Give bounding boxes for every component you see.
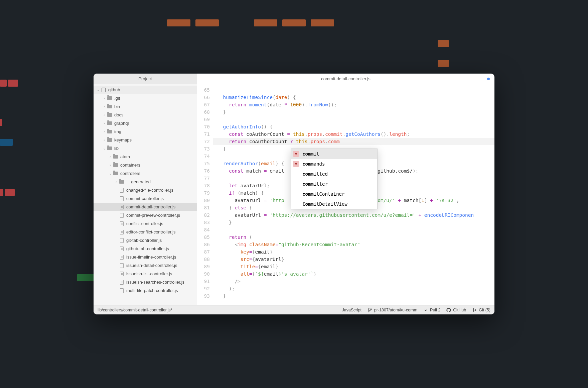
tree-folder[interactable]: ›keymaps <box>94 136 197 144</box>
chevron-right-icon: › <box>102 96 106 100</box>
tree-folder[interactable]: ⌄lib <box>94 144 197 153</box>
folder-icon <box>113 163 118 168</box>
tree-file[interactable]: commit-preview-controller.js <box>94 211 197 219</box>
tree-folder[interactable]: ›docs <box>94 111 197 119</box>
tree-file[interactable]: issueish-list-controller.js <box>94 270 197 278</box>
tree-item-label: graphql <box>114 121 129 126</box>
tree-file[interactable]: github-tab-controller.js <box>94 245 197 253</box>
file-icon <box>119 246 124 252</box>
tree-folder[interactable]: ›__generated__ <box>94 178 197 186</box>
svg-point-1 <box>368 311 369 312</box>
file-icon <box>119 213 124 218</box>
tree-file[interactable]: issueish-searches-controller.js <box>94 278 197 286</box>
chevron-right-icon: › <box>102 138 106 142</box>
file-icon <box>119 221 124 226</box>
tree-item-label: commit-detail-controller.js <box>126 204 175 209</box>
chevron-right-icon: › <box>102 113 106 117</box>
folder-icon <box>107 146 112 151</box>
file-icon <box>119 288 124 293</box>
chevron-right-icon: › <box>108 155 112 159</box>
file-icon <box>119 238 124 243</box>
line-gutter: 6566676869707172737475767778798081828384… <box>197 84 213 305</box>
chevron-down-icon: ⌄ <box>102 147 106 150</box>
tree-file[interactable]: conflict-controller.js <box>94 219 197 228</box>
tree-item-label: multi-file-patch-controller.js <box>126 288 178 293</box>
file-icon <box>119 229 124 235</box>
file-icon <box>119 255 124 260</box>
repo-icon <box>101 87 106 93</box>
svg-point-3 <box>473 308 474 309</box>
tree-item-label: changed-file-controller.js <box>126 188 173 193</box>
editor-tab[interactable]: commit-detail-controller.js <box>197 74 494 84</box>
sidebar-title: Project <box>94 74 197 84</box>
svg-point-2 <box>371 308 372 309</box>
tree-file[interactable]: issue-timeline-controller.js <box>94 253 197 261</box>
autocomplete-item[interactable]: committer <box>291 179 377 189</box>
tree-item-label: keymaps <box>114 137 132 142</box>
autocomplete-kind-icon <box>293 191 299 197</box>
tree-file[interactable]: issueish-detail-controller.js <box>94 261 197 270</box>
autocomplete-item[interactable]: vcommands <box>291 159 377 169</box>
tree-folder[interactable]: ›graphql <box>94 119 197 127</box>
autocomplete-kind-icon <box>293 201 299 207</box>
app-window: Project ⌄ github ›.git›bin›docs›graphql›… <box>94 74 494 314</box>
folder-icon <box>113 154 118 160</box>
tree-folder[interactable]: ›img <box>94 127 197 136</box>
tree-folder[interactable]: ›containers <box>94 161 197 169</box>
status-language[interactable]: JavaScript <box>342 308 361 312</box>
status-branch[interactable]: pr-1807/atom/ku-comm <box>368 308 417 312</box>
status-pull[interactable]: Pull 2 <box>423 308 440 312</box>
chevron-right-icon: › <box>102 130 106 133</box>
chevron-right-icon: › <box>114 180 118 184</box>
autocomplete-item[interactable]: vcommit <box>291 149 377 159</box>
folder-icon <box>107 112 112 118</box>
tree-folder[interactable]: ⌄controllers <box>94 169 197 178</box>
tree-item-label: __generated__ <box>126 179 155 184</box>
tree-item-label: img <box>114 129 121 134</box>
tree-item-label: editor-conflict-controller.js <box>126 229 175 234</box>
autocomplete-label: committer <box>302 180 328 188</box>
status-git[interactable]: Git (5) <box>472 308 490 312</box>
status-github[interactable]: GitHub <box>446 308 466 312</box>
tree-item-label: commit-preview-controller.js <box>126 213 180 218</box>
svg-point-5 <box>475 309 476 310</box>
chevron-right-icon: › <box>108 163 112 167</box>
tree-item-label: issueish-list-controller.js <box>126 271 172 276</box>
tree-item-label: docs <box>114 112 123 117</box>
file-icon <box>119 271 124 277</box>
file-icon <box>119 196 124 201</box>
tree-file[interactable]: changed-file-controller.js <box>94 186 197 194</box>
folder-icon <box>107 104 112 109</box>
tree-file[interactable]: multi-file-patch-controller.js <box>94 286 197 295</box>
autocomplete-item[interactable]: committed <box>291 169 377 179</box>
tree-root[interactable]: ⌄ github <box>94 86 197 94</box>
chevron-down-icon: ⌄ <box>108 172 112 175</box>
chevron-right-icon: › <box>102 121 106 125</box>
autocomplete-kind-icon <box>293 171 299 177</box>
status-bar: lib/controllers/commit-detail-controller… <box>94 305 494 314</box>
tree-root-label: github <box>108 87 120 92</box>
tree-folder[interactable]: ›bin <box>94 102 197 111</box>
tree-file[interactable]: git-tab-controller.js <box>94 236 197 245</box>
autocomplete-kind-icon: v <box>293 151 299 157</box>
autocomplete-item[interactable]: CommitDetailView <box>291 199 377 209</box>
git-icon <box>472 308 477 312</box>
tree-file[interactable]: editor-conflict-controller.js <box>94 228 197 236</box>
autocomplete-popup[interactable]: vcommitvcommandscommittedcommittercommit… <box>291 149 378 209</box>
tree-folder[interactable]: ›atom <box>94 153 197 161</box>
editor-pane: commit-detail-controller.js 656667686970… <box>197 74 494 305</box>
file-icon <box>119 280 124 285</box>
status-path[interactable]: lib/controllers/commit-detail-controller… <box>98 308 172 312</box>
tree-file[interactable]: commit-detail-controller.js <box>94 203 197 211</box>
tab-title: commit-detail-controller.js <box>321 76 370 81</box>
autocomplete-item[interactable]: commitContainer <box>291 189 377 199</box>
file-icon <box>119 188 124 193</box>
chevron-down-icon: ⌄ <box>96 88 100 92</box>
tree-folder[interactable]: ›.git <box>94 94 197 102</box>
file-tree[interactable]: ⌄ github ›.git›bin›docs›graphql›img›keym… <box>94 84 197 305</box>
autocomplete-label: CommitDetailView <box>302 200 347 208</box>
tree-file[interactable]: commit-controller.js <box>94 194 197 203</box>
folder-icon <box>107 137 112 143</box>
tree-item-label: commit-controller.js <box>126 196 164 201</box>
code-editor[interactable]: 6566676869707172737475767778798081828384… <box>197 84 494 305</box>
